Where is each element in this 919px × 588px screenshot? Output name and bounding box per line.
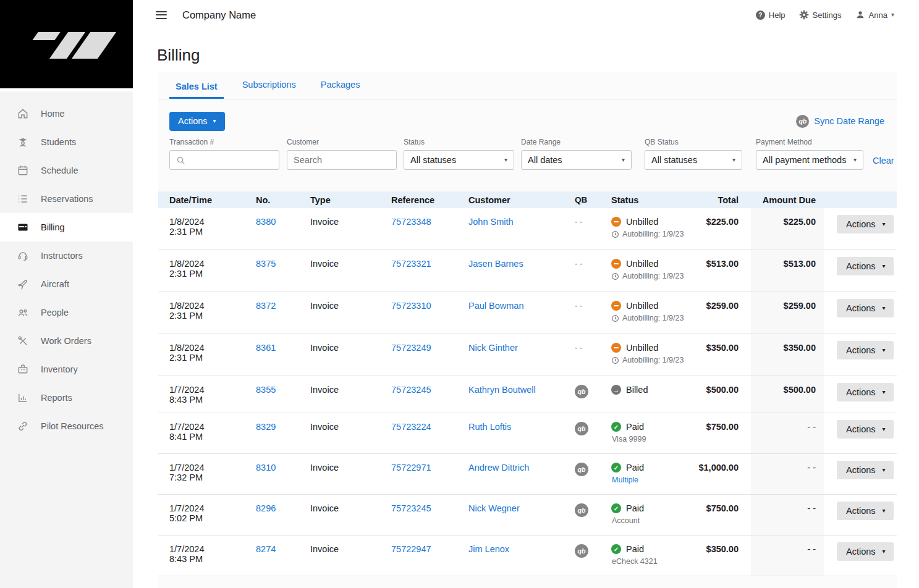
- tab-sales-list[interactable]: Sales List: [169, 82, 224, 99]
- status-detail-text: Multiple: [612, 476, 638, 484]
- row-actions-button[interactable]: Actions: [837, 257, 894, 275]
- filter-qb-status: QB Status All statuses: [645, 138, 742, 170]
- sidebar-item-label: Students: [41, 137, 76, 147]
- customer-link[interactable]: Nick Wegner: [468, 503, 520, 513]
- sync-date-range-button[interactable]: Sync Date Range: [796, 115, 884, 128]
- row-actions-button[interactable]: Actions: [837, 420, 894, 439]
- sidebar-item-label: Reports: [41, 393, 72, 403]
- qb-not-synced: - -: [575, 217, 582, 226]
- status-detail[interactable]: Multiple: [611, 476, 684, 484]
- table-row: 1/8/2024 2:31 PM 8380 Invoice 75723348 J…: [158, 208, 897, 250]
- reference-link[interactable]: 75723348: [391, 217, 431, 227]
- row-actions-button[interactable]: Actions: [837, 502, 894, 520]
- sidebar-nav: Home Students Schedule Reservations Bill…: [0, 91, 133, 588]
- chevron-down-icon: [883, 508, 886, 514]
- customer-link[interactable]: Paul Bowman: [468, 301, 523, 311]
- reference-link[interactable]: 75723245: [391, 385, 431, 395]
- clear-filters-link[interactable]: Clear: [873, 156, 894, 170]
- settings-button[interactable]: Settings: [799, 10, 842, 20]
- clock-icon: [611, 272, 619, 280]
- quickbooks-icon: [575, 503, 588, 517]
- col-total: Total: [684, 195, 751, 205]
- tab-subscriptions[interactable]: Subscriptions: [236, 80, 302, 99]
- transaction-number-link[interactable]: 8329: [256, 422, 276, 432]
- qb-status-select[interactable]: All statuses: [645, 150, 742, 170]
- reference-link[interactable]: 75723310: [391, 301, 431, 311]
- calendar-icon: [17, 164, 29, 177]
- row-actions-label: Actions: [846, 465, 876, 475]
- home-icon: [17, 107, 29, 120]
- payment-method-select[interactable]: All payment methods: [756, 150, 863, 170]
- customer-link[interactable]: Ruth Loftis: [468, 422, 511, 432]
- reference-link[interactable]: 75723245: [391, 503, 431, 513]
- transaction-number-link[interactable]: 8355: [256, 385, 276, 395]
- menu-button[interactable]: [156, 11, 167, 19]
- sidebar-item-billing[interactable]: Billing: [0, 213, 133, 242]
- sidebar-item-students[interactable]: Students: [0, 128, 133, 156]
- row-amount-due: - -: [751, 536, 824, 576]
- col-status: Status: [608, 195, 684, 205]
- date-range-select[interactable]: All dates: [521, 150, 632, 170]
- customer-link[interactable]: Nick Ginther: [468, 343, 518, 353]
- customer-link[interactable]: Jim Lenox: [468, 544, 509, 554]
- transaction-number-link[interactable]: 8375: [256, 259, 276, 269]
- transaction-number-link[interactable]: 8380: [256, 217, 276, 227]
- row-type: Invoice: [310, 208, 391, 250]
- sidebar-item-home[interactable]: Home: [0, 99, 133, 128]
- row-actions-button[interactable]: Actions: [837, 215, 894, 233]
- row-actions-button[interactable]: Actions: [837, 542, 894, 561]
- status-select[interactable]: All statuses: [404, 150, 514, 170]
- customer-search-input[interactable]: [294, 155, 390, 165]
- row-actions-button[interactable]: Actions: [837, 299, 894, 317]
- row-total: $500.00: [684, 376, 751, 413]
- row-actions-button[interactable]: Actions: [837, 461, 894, 479]
- sidebar-item-reservations[interactable]: Reservations: [0, 185, 133, 213]
- help-label: Help: [769, 10, 786, 20]
- customer-link[interactable]: John Smith: [468, 217, 514, 227]
- reference-link[interactable]: 75723224: [391, 422, 431, 432]
- user-menu[interactable]: Anna: [855, 10, 894, 20]
- topbar: Company Name Help Settings Anna: [133, 0, 919, 30]
- actions-button[interactable]: Actions: [169, 112, 225, 131]
- row-actions-label: Actions: [846, 387, 876, 397]
- tab-packages[interactable]: Packages: [315, 80, 366, 99]
- sidebar-item-reports[interactable]: Reports: [0, 384, 133, 412]
- clock-icon: [611, 314, 619, 322]
- sidebar-item-instructors[interactable]: Instructors: [0, 242, 133, 270]
- row-amount-due: - -: [751, 454, 824, 494]
- help-button[interactable]: Help: [756, 10, 786, 20]
- row-amount-due: - -: [751, 495, 824, 535]
- row-date: 1/8/2024: [169, 217, 256, 227]
- row-actions-button[interactable]: Actions: [837, 383, 894, 401]
- table-body: 1/8/2024 2:31 PM 8380 Invoice 75723348 J…: [158, 208, 897, 576]
- sidebar-item-schedule[interactable]: Schedule: [0, 156, 133, 185]
- transaction-number-link[interactable]: 8274: [256, 544, 276, 554]
- row-actions-label: Actions: [846, 424, 876, 434]
- customer-link[interactable]: Jasen Barnes: [468, 259, 523, 269]
- row-total: $259.00: [684, 292, 751, 334]
- row-actions-button[interactable]: Actions: [837, 341, 894, 359]
- row-amount-due: $350.00: [751, 334, 824, 376]
- filter-transaction: Transaction #: [169, 138, 279, 170]
- sidebar-item-aircraft[interactable]: Aircraft: [0, 270, 133, 298]
- customer-link[interactable]: Kathryn Boutwell: [468, 385, 536, 395]
- gear-icon: [799, 10, 809, 20]
- reference-link[interactable]: 75722947: [391, 544, 431, 554]
- sidebar-item-people[interactable]: People: [0, 298, 133, 327]
- transaction-number-link[interactable]: 8296: [256, 503, 276, 513]
- row-total: $225.00: [684, 208, 751, 250]
- sidebar-item-inventory[interactable]: Inventory: [0, 355, 133, 384]
- transaction-number-link[interactable]: 8310: [256, 463, 276, 472]
- customer-link[interactable]: Andrew Dittrich: [468, 463, 529, 472]
- sidebar-item-work-orders[interactable]: Work Orders: [0, 327, 133, 355]
- sidebar-item-pilot-resources[interactable]: Pilot Resources: [0, 412, 133, 440]
- reference-link[interactable]: 75722971: [391, 463, 431, 472]
- transaction-number-input[interactable]: [190, 155, 273, 165]
- row-time: 2:31 PM: [169, 227, 256, 237]
- transaction-number-link[interactable]: 8372: [256, 301, 276, 311]
- row-total: $350.00: [684, 536, 751, 576]
- reference-link[interactable]: 75723321: [391, 259, 431, 269]
- transaction-number-link[interactable]: 8361: [256, 343, 276, 353]
- row-actions-label: Actions: [846, 345, 876, 355]
- reference-link[interactable]: 75723249: [391, 343, 431, 353]
